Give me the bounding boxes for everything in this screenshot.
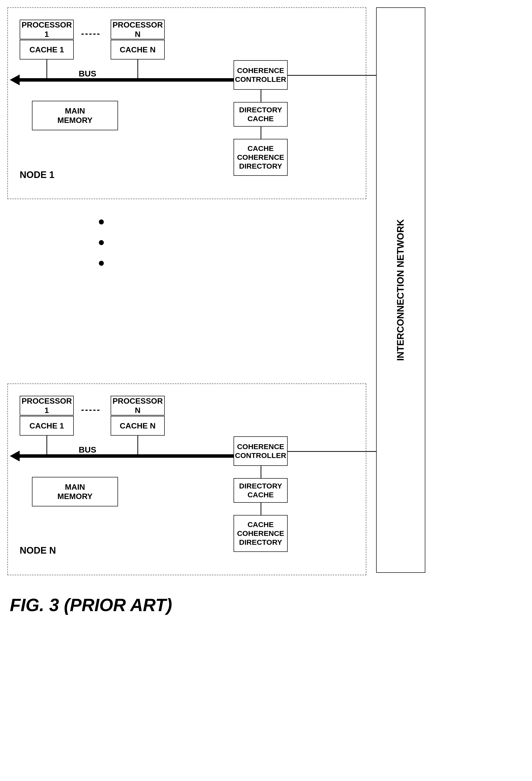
node1-cacheN-label: CACHE N — [120, 45, 156, 54]
nodeN-ccd-label: CACHECOHERENCEDIRECTORY — [237, 520, 284, 547]
node1-processor1-box: PROCESSOR 1 — [20, 20, 74, 39]
nodeN-ccd-box: CACHECOHERENCEDIRECTORY — [234, 515, 288, 552]
nodeN-cc-dc-vline — [260, 466, 261, 478]
node1-main-memory-box: MAINMEMORY — [32, 101, 118, 130]
nodeN-processor1-label: PROCESSOR 1 — [20, 396, 73, 415]
nodeN-bus-line — [20, 454, 234, 458]
node1-coherence-controller-box: COHERENCECONTROLLER — [234, 60, 288, 90]
node1-processor1-label: PROCESSOR 1 — [20, 20, 73, 39]
nodeN-directory-cache-box: DIRECTORYCACHE — [234, 478, 288, 503]
nodeN-directory-cache-label: DIRECTORYCACHE — [239, 482, 282, 499]
dots-separator: ••• — [98, 211, 105, 273]
nodeN-processorN-label: PROCESSOR N — [111, 396, 164, 415]
nodeN-cc-interconnect-hline — [288, 451, 376, 452]
node1-cc-dc-vline — [260, 90, 261, 102]
node1-processorN-box: PROCESSOR N — [111, 20, 165, 39]
nodeN-cacheN-vline — [137, 436, 138, 454]
node1-bus-label: BUS — [79, 69, 96, 78]
node1-main-memory-label: MAINMEMORY — [57, 106, 93, 125]
node1-ccd-box: CACHECOHERENCEDIRECTORY — [234, 139, 288, 176]
nodeN-label: NODE N — [20, 545, 56, 556]
nodeN-cache1-vline — [46, 436, 47, 454]
nodeN-main-memory-box: MAINMEMORY — [32, 477, 118, 506]
node1-cacheN-box: CACHE N — [111, 40, 165, 59]
node1-dashes: ----- — [81, 28, 101, 39]
node1-bus-line — [20, 78, 234, 82]
nodeN-bus-label: BUS — [79, 445, 96, 455]
nodeN-dashes: ----- — [81, 404, 101, 415]
node1-cc-interconnect-hline — [288, 75, 376, 76]
figure-caption: FIG. 3 (PRIOR ART) — [10, 595, 172, 615]
interconnect-network-box: INTERCONNECTION NETWORK — [376, 7, 425, 573]
node1-arrow-head — [10, 75, 20, 85]
nodeN-cache1-box: CACHE 1 — [20, 416, 74, 436]
nodeN-cacheN-box: CACHE N — [111, 416, 165, 436]
node1-cache1-vline — [46, 59, 47, 78]
nodeN-processorN-box: PROCESSOR N — [111, 396, 165, 415]
node1-ccd-label: CACHECOHERENCEDIRECTORY — [237, 144, 284, 171]
node1-dc-ccd-vline — [260, 127, 261, 139]
node1-label: NODE 1 — [20, 170, 54, 180]
node1-directory-cache-box: DIRECTORYCACHE — [234, 102, 288, 127]
nodeN-processor1-box: PROCESSOR 1 — [20, 396, 74, 415]
nodeN-arrow-head — [10, 451, 20, 461]
node1-cacheN-vline — [137, 59, 138, 78]
nodeN-coherence-controller-box: COHERENCECONTROLLER — [234, 436, 288, 466]
nodeN-coherence-controller-label: COHERENCECONTROLLER — [235, 442, 286, 460]
node1-cache1-box: CACHE 1 — [20, 40, 74, 59]
node1-directory-cache-label: DIRECTORYCACHE — [239, 106, 282, 123]
nodeN-main-memory-label: MAINMEMORY — [57, 482, 93, 501]
nodeN-dc-ccd-vline — [260, 503, 261, 515]
node1-processorN-label: PROCESSOR N — [111, 20, 164, 39]
node1-coherence-controller-label: COHERENCECONTROLLER — [235, 66, 286, 84]
nodeN-cache1-label: CACHE 1 — [30, 421, 64, 430]
node1-cache1-label: CACHE 1 — [30, 45, 64, 54]
nodeN-cacheN-label: CACHE N — [120, 421, 156, 430]
interconnect-network-label: INTERCONNECTION NETWORK — [395, 219, 407, 361]
